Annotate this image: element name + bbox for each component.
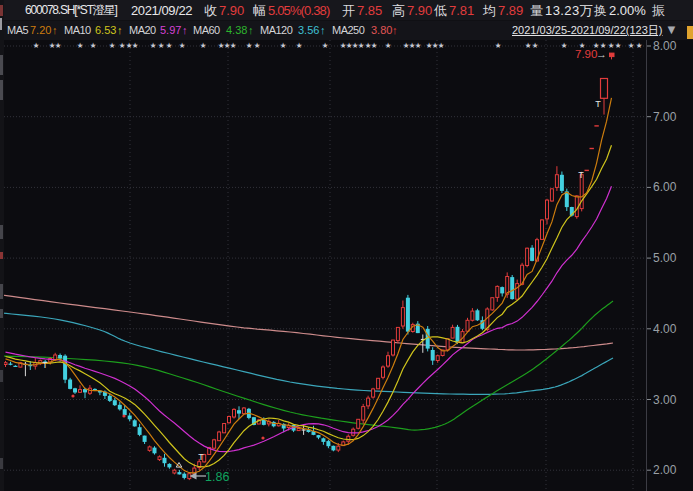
svg-text:T: T xyxy=(595,99,601,109)
svg-text:★: ★ xyxy=(371,41,378,50)
svg-text:T: T xyxy=(198,452,204,462)
svg-text:★: ★ xyxy=(55,41,62,50)
svg-text:★: ★ xyxy=(628,41,635,50)
svg-text:★: ★ xyxy=(119,41,126,50)
svg-text:5.00: 5.00 xyxy=(653,251,677,265)
svg-text:2.00: 2.00 xyxy=(653,463,677,477)
svg-text:★: ★ xyxy=(532,41,539,50)
svg-text:★: ★ xyxy=(150,41,157,50)
svg-text:1.86: 1.86 xyxy=(205,470,229,484)
svg-text:★: ★ xyxy=(33,41,40,50)
svg-text:T: T xyxy=(578,170,584,180)
svg-text:7.90: 7.90 xyxy=(575,48,597,60)
svg-text:★: ★ xyxy=(608,41,615,50)
svg-text:4.00: 4.00 xyxy=(653,322,677,336)
svg-text:★: ★ xyxy=(230,41,237,50)
svg-text:★: ★ xyxy=(525,41,532,50)
svg-text:★: ★ xyxy=(158,41,165,50)
svg-text:★: ★ xyxy=(415,41,422,50)
svg-text:★: ★ xyxy=(280,41,287,50)
svg-text:8.00: 8.00 xyxy=(653,39,677,53)
svg-text:★: ★ xyxy=(296,41,303,50)
svg-text:★: ★ xyxy=(77,41,84,50)
svg-text:★: ★ xyxy=(636,41,643,50)
svg-text:★: ★ xyxy=(179,41,186,50)
svg-text:★: ★ xyxy=(561,41,568,50)
svg-text:★: ★ xyxy=(495,41,502,50)
svg-text:3.00: 3.00 xyxy=(653,393,677,407)
svg-text:★: ★ xyxy=(322,41,329,50)
svg-text:6.00: 6.00 xyxy=(653,180,677,194)
svg-text:★: ★ xyxy=(90,41,97,50)
svg-text:★: ★ xyxy=(385,41,392,50)
svg-text:★: ★ xyxy=(254,41,261,50)
svg-text:★: ★ xyxy=(166,41,173,50)
svg-text:★: ★ xyxy=(200,41,207,50)
svg-text:★: ★ xyxy=(438,41,445,50)
svg-text:T: T xyxy=(42,360,48,370)
svg-text:→: → xyxy=(596,48,607,60)
svg-text:★: ★ xyxy=(246,41,253,50)
svg-text:★: ★ xyxy=(615,41,622,50)
svg-text:★: ★ xyxy=(132,41,139,50)
svg-text:7.00: 7.00 xyxy=(653,110,677,124)
svg-text:★: ★ xyxy=(109,41,116,50)
svg-text:★: ★ xyxy=(358,41,365,50)
